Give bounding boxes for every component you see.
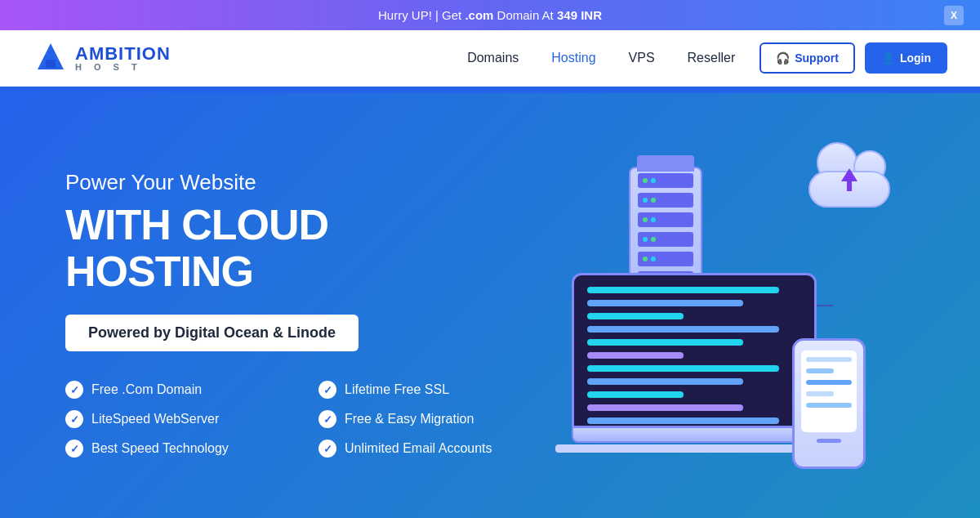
- hero-illustration: [523, 142, 915, 485]
- login-button[interactable]: 👤 Login: [865, 42, 947, 74]
- login-label: Login: [900, 51, 931, 65]
- feature-item-6: ✓ Unlimited Email Accounts: [318, 440, 523, 458]
- check-icon-4: ✓: [318, 410, 336, 428]
- top-banner: Hurry UP! | Get .com Domain At 349 INR X: [0, 0, 980, 30]
- features-list: ✓ Free .Com Domain ✓ Lifetime Free SSL ✓…: [65, 381, 523, 458]
- banner-com: .com: [465, 8, 493, 22]
- phone-icon: [792, 338, 866, 469]
- blue-divider: [0, 87, 980, 93]
- logo-icon: [33, 40, 69, 76]
- nav-hosting[interactable]: Hosting: [551, 51, 595, 65]
- feature-item-1: ✓ Free .Com Domain: [65, 381, 270, 399]
- cloud-icon: [800, 150, 898, 216]
- hero-content: Power Your Website WITH CLOUD HOSTING Po…: [65, 170, 523, 458]
- nav-links: Domains Hosting VPS Reseller: [467, 51, 735, 65]
- banner-close-button[interactable]: X: [944, 6, 964, 25]
- feature-item-4: ✓ Free & Easy Migration: [318, 410, 523, 428]
- logo-brand-name: AMBITION: [75, 45, 171, 63]
- support-label: Support: [795, 51, 839, 65]
- nav-domains[interactable]: Domains: [467, 51, 519, 65]
- feature-item-2: ✓ Lifetime Free SSL: [318, 381, 523, 399]
- check-icon-3: ✓: [65, 410, 83, 428]
- nav-actions: 🎧 Support 👤 Login: [760, 42, 947, 74]
- feature-label-1: Free .Com Domain: [91, 382, 202, 397]
- feature-item-3: ✓ LiteSpeed WebServer: [65, 410, 270, 428]
- user-icon: 👤: [881, 51, 895, 65]
- hero-section: Power Your Website WITH CLOUD HOSTING Po…: [0, 93, 980, 518]
- navbar: AMBITION H O S T Domains Hosting VPS Res…: [0, 30, 980, 87]
- feature-item-5: ✓ Best Speed Technology: [65, 440, 270, 458]
- support-icon: 🎧: [776, 51, 790, 65]
- feature-label-4: Free & Easy Migration: [345, 412, 474, 426]
- logo-tagline: H O S T: [75, 63, 171, 72]
- feature-label-2: Lifetime Free SSL: [345, 382, 449, 397]
- logo: AMBITION H O S T: [33, 40, 171, 76]
- feature-label-5: Best Speed Technology: [91, 441, 229, 456]
- nav-vps[interactable]: VPS: [629, 51, 655, 65]
- banner-text-before: Hurry UP! | Get: [378, 8, 465, 22]
- check-icon-2: ✓: [318, 381, 336, 399]
- hero-title: WITH CLOUD HOSTING: [65, 202, 523, 295]
- logo-text: AMBITION H O S T: [75, 45, 171, 72]
- hero-badge: Powered by Digital Ocean & Linode: [65, 315, 359, 351]
- svg-rect-1: [46, 60, 56, 68]
- check-icon-6: ✓: [318, 440, 336, 458]
- support-button[interactable]: 🎧 Support: [760, 42, 855, 74]
- check-icon-1: ✓: [65, 381, 83, 399]
- hero-subtitle: Power Your Website: [65, 170, 523, 195]
- check-icon-5: ✓: [65, 440, 83, 458]
- banner-text: Hurry UP! | Get .com Domain At 349 INR: [16, 8, 964, 22]
- banner-price: 349 INR: [557, 8, 602, 22]
- feature-label-6: Unlimited Email Accounts: [345, 441, 492, 456]
- nav-reseller[interactable]: Reseller: [688, 51, 736, 65]
- banner-text-after: Domain At: [493, 8, 557, 22]
- feature-label-3: LiteSpeed WebServer: [91, 412, 219, 426]
